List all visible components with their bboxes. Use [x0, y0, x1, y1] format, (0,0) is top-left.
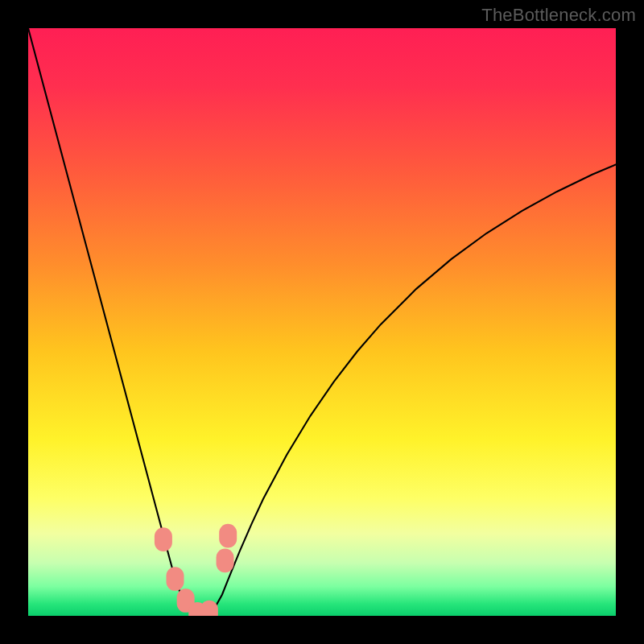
highlight-point	[167, 567, 184, 591]
highlight-point	[217, 549, 234, 573]
highlight-point	[219, 524, 237, 548]
watermark-text: TheBottleneck.com	[481, 5, 636, 26]
chart-background	[28, 28, 616, 616]
highlight-point	[155, 527, 172, 551]
chart-frame: TheBottleneck.com	[0, 0, 644, 644]
bottleneck-chart	[28, 28, 616, 616]
